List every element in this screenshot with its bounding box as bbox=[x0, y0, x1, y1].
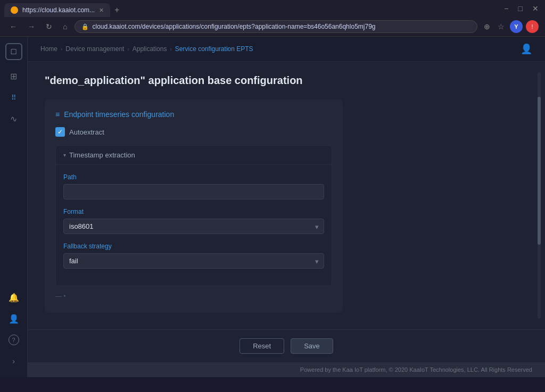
fallback-select[interactable]: fail server_time skip bbox=[63, 253, 324, 269]
back-button[interactable]: ← bbox=[6, 21, 20, 32]
sidebar-item-account[interactable]: 👤 bbox=[4, 309, 23, 328]
breadcrumb: Home › Device management › Applications … bbox=[28, 37, 545, 62]
breadcrumb-applications[interactable]: Applications bbox=[133, 45, 167, 53]
page-area: "demo_application" application base conf… bbox=[28, 62, 545, 329]
timestamp-section: ▾ Timestamp extraction Path Format bbox=[55, 145, 332, 286]
breadcrumb-sep-2: › bbox=[127, 46, 129, 52]
sidebar-expand-button[interactable]: › bbox=[4, 352, 23, 371]
sidebar-item-analytics[interactable]: ∿ bbox=[4, 109, 23, 128]
sidebar: □ ⊞ ⠿ ∿ 🔔 👤 ? › bbox=[0, 37, 28, 377]
format-select[interactable]: iso8601 unix unix_ms bbox=[63, 219, 324, 234]
timestamp-header[interactable]: ▾ Timestamp extraction bbox=[56, 146, 332, 165]
sidebar-item-dashboard[interactable]: ⊞ bbox=[4, 66, 23, 86]
extension-button[interactable]: ! bbox=[526, 20, 539, 33]
reset-button[interactable]: Reset bbox=[240, 338, 284, 354]
maximize-button[interactable]: □ bbox=[514, 1, 527, 16]
section-icon: ≡ bbox=[55, 110, 60, 119]
sidebar-item-applications[interactable]: ⠿ bbox=[4, 88, 23, 107]
minimize-button[interactable]: − bbox=[500, 1, 513, 16]
sidebar-item-help[interactable]: ? bbox=[4, 330, 23, 349]
help-icon: ? bbox=[9, 335, 19, 345]
tab-close-button[interactable]: ✕ bbox=[99, 7, 104, 14]
forward-button[interactable]: → bbox=[24, 21, 38, 32]
path-input[interactable] bbox=[63, 184, 324, 199]
main-content: Home › Device management › Applications … bbox=[28, 37, 545, 377]
url-text: cloud.kaaiot.com/devices/applications/co… bbox=[92, 23, 375, 30]
dashboard-icon: ⊞ bbox=[10, 71, 17, 81]
fallback-select-wrapper: fail server_time skip bbox=[63, 253, 324, 269]
user-icon[interactable]: 👤 bbox=[521, 43, 532, 55]
profile-button[interactable]: Y bbox=[510, 20, 523, 33]
format-select-wrapper: iso8601 unix unix_ms bbox=[63, 219, 324, 234]
scrollbar[interactable] bbox=[538, 72, 541, 319]
action-bar: Reset Save bbox=[28, 329, 545, 362]
sidebar-item-alerts[interactable]: 🔔 bbox=[4, 288, 23, 307]
scrollbar-thumb[interactable] bbox=[538, 97, 541, 245]
url-bar[interactable]: 🔒 cloud.kaaiot.com/devices/applications/… bbox=[75, 20, 477, 33]
timestamp-body: Path Format iso8601 unix bbox=[56, 165, 332, 286]
format-group: Format iso8601 unix unix_ms bbox=[63, 208, 324, 234]
sidebar-logo[interactable]: □ bbox=[5, 43, 22, 60]
breadcrumb-home[interactable]: Home bbox=[40, 45, 57, 53]
breadcrumb-sep-1: › bbox=[61, 46, 62, 52]
bookmark-button[interactable]: ☆ bbox=[496, 21, 507, 32]
breadcrumb-sep-3: › bbox=[170, 46, 171, 52]
browser-chrome: https://cloud.kaaiot.com... ✕ + − □ ✕ ← … bbox=[0, 0, 545, 37]
app-container: □ ⊞ ⠿ ∿ 🔔 👤 ? › Home › bbox=[0, 37, 545, 377]
refresh-button[interactable]: ↻ bbox=[43, 21, 55, 32]
footer: Powered by the Kaa IoT platform, © 2020 … bbox=[28, 362, 545, 377]
alerts-icon: 🔔 bbox=[9, 293, 19, 303]
tab-title: https://cloud.kaaiot.com... bbox=[22, 6, 95, 14]
fallback-label: Fallback strategy bbox=[63, 243, 324, 250]
apps-icon: ⠿ bbox=[11, 94, 16, 102]
autoextract-label: Autoextract bbox=[69, 128, 104, 136]
breadcrumb-device-management[interactable]: Device management bbox=[65, 45, 124, 53]
lock-icon: 🔒 bbox=[81, 23, 89, 30]
footer-text: Powered by the Kaa IoT platform, © 2020 … bbox=[300, 366, 532, 373]
fallback-group: Fallback strategy fail server_time skip bbox=[63, 243, 324, 269]
save-button[interactable]: Save bbox=[291, 338, 333, 354]
format-label: Format bbox=[63, 208, 324, 215]
autoextract-checkbox[interactable]: ✓ bbox=[55, 127, 65, 137]
translate-button[interactable]: ⊕ bbox=[482, 21, 492, 32]
close-button[interactable]: ✕ bbox=[528, 1, 543, 16]
path-label: Path bbox=[63, 173, 324, 181]
analytics-icon: ∿ bbox=[10, 114, 17, 124]
collapse-icon: ▾ bbox=[63, 152, 66, 158]
page-title: "demo_application" application base conf… bbox=[45, 74, 528, 87]
section-header: ≡ Endpoint timeseries configuration bbox=[55, 110, 332, 119]
browser-tab[interactable]: https://cloud.kaaiot.com... ✕ bbox=[4, 3, 110, 17]
new-tab-button[interactable]: + bbox=[110, 3, 123, 17]
collapsed-icon: — • bbox=[55, 293, 66, 300]
breadcrumb-service-config: Service configuration EPTS bbox=[175, 45, 253, 53]
logo-icon: □ bbox=[11, 47, 16, 56]
home-button[interactable]: ⌂ bbox=[60, 21, 70, 32]
path-group: Path bbox=[63, 173, 324, 199]
account-icon: 👤 bbox=[9, 314, 19, 324]
autoextract-row: ✓ Autoextract bbox=[55, 127, 332, 137]
collapsed-section-hint: — • bbox=[55, 286, 332, 302]
section-label: Endpoint timeseries configuration bbox=[64, 110, 174, 119]
config-panel: ≡ Endpoint timeseries configuration ✓ Au… bbox=[45, 99, 343, 313]
timestamp-header-label: Timestamp extraction bbox=[69, 151, 135, 159]
tab-favicon bbox=[11, 6, 18, 14]
